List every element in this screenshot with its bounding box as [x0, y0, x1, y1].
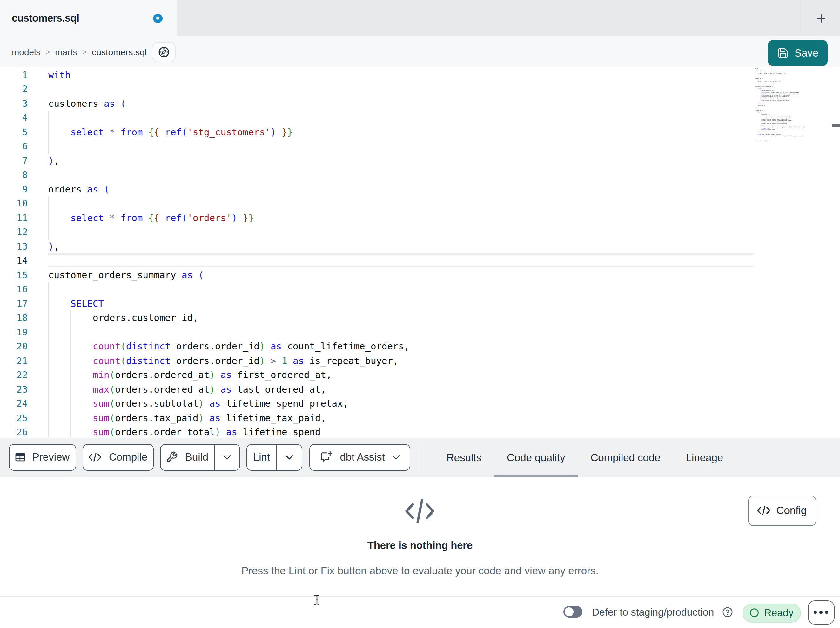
code-token-b3: { — [154, 212, 160, 223]
code-token-str: 'orders' — [187, 212, 232, 223]
config-button[interactable]: Config — [748, 495, 816, 526]
code-token-kw: as — [221, 384, 232, 394]
tab-customers-sql[interactable]: customers.sql — [0, 0, 177, 36]
code-token-pl — [98, 184, 104, 194]
code-token-b2: ( — [110, 413, 115, 423]
code-token-pl — [115, 127, 121, 137]
code-line: ), — [48, 153, 59, 168]
code-editor[interactable]: 1234567891011121314151617181920212223242… — [0, 68, 840, 437]
ellipsis-icon — [814, 611, 817, 614]
build-button[interactable]: Build — [160, 444, 240, 470]
tab-code-quality[interactable]: Code quality — [494, 438, 578, 477]
code-token-b1: ( — [104, 184, 110, 194]
overview-cursor-mark — [832, 124, 840, 127]
code-line: min(orders.ordered_at) as first_ordered_… — [48, 368, 332, 382]
code-token-pl: customers — [48, 98, 104, 108]
code-line: orders.customer_id, — [48, 311, 199, 325]
plus-icon — [816, 13, 826, 23]
indent-guide — [48, 111, 49, 125]
code-token-b2: ( — [121, 341, 126, 351]
code-token-pl — [104, 212, 110, 223]
tab-title: customers.sql — [12, 0, 79, 36]
preview-button[interactable]: Preview — [9, 444, 76, 470]
code-token-b2: ( — [110, 398, 115, 408]
minimap-line: sum(orders.order_total) as lifetime_spen… — [755, 100, 805, 101]
code-token-pl: orders.ordered_at — [115, 384, 210, 394]
code-token-b1: ) — [48, 241, 54, 251]
code-token-b2: ) — [210, 384, 215, 394]
dbt-assist-button[interactable]: dbt Assist — [309, 444, 410, 470]
editor-overview-ruler[interactable] — [829, 68, 840, 437]
indent-guide — [48, 139, 49, 153]
code-line: count(distinct orders.order_id) as count… — [48, 339, 410, 354]
code-token-b2: ( — [121, 356, 126, 365]
minimap-line: ), — [755, 108, 805, 109]
code-token-b2: ( — [110, 427, 115, 437]
dropdown-toggle[interactable] — [277, 445, 302, 470]
code-token-kw: as — [104, 98, 115, 108]
breadcrumb-marts[interactable]: marts — [55, 47, 77, 57]
editor-minimap[interactable]: with customers as ( select * from {{ ref… — [753, 68, 829, 437]
chevron-down-icon — [285, 455, 294, 460]
code-token-b2: ) — [215, 427, 221, 437]
indent-guide — [70, 382, 71, 396]
breadcrumb-row: models > marts > customers.sql Save — [0, 36, 840, 68]
code-line: customers as ( — [48, 96, 126, 111]
new-tab-button[interactable] — [812, 9, 831, 28]
code-token-kw: as — [87, 184, 98, 194]
code-token-kw: as — [210, 413, 221, 423]
minimap-line: ) — [755, 138, 805, 139]
code-token-kw: from — [121, 127, 143, 137]
minimap-line — [755, 106, 805, 108]
code-token-b2: ) — [210, 370, 215, 380]
code-token-pl — [287, 356, 293, 365]
tab-results[interactable]: Results — [434, 438, 494, 477]
status-badge[interactable]: Ready — [742, 603, 801, 623]
wrench-icon — [166, 451, 178, 463]
minimap-line — [755, 74, 805, 76]
help-icon[interactable] — [722, 606, 733, 620]
unsaved-changes-dot-icon — [153, 14, 163, 23]
minimap-line — [755, 111, 805, 112]
indent-guide — [48, 210, 49, 225]
code-token-kw: select — [71, 212, 104, 223]
indent-guide — [48, 325, 49, 339]
code-token-fn: max — [93, 384, 110, 394]
code-token-pl — [215, 370, 221, 380]
indent-guide — [70, 339, 71, 354]
dropdown-toggle[interactable] — [215, 445, 240, 470]
code-token-pl: orders.order_id — [171, 341, 259, 351]
toolbar-button-label: Preview — [32, 451, 69, 463]
defer-toggle[interactable] — [563, 606, 583, 617]
indent-guide — [48, 354, 49, 368]
explore-docs-button[interactable] — [152, 42, 175, 62]
indent-guide — [48, 125, 49, 139]
more-options-button[interactable] — [808, 600, 834, 625]
assist-icon — [319, 451, 333, 463]
code-token-kw: as — [293, 356, 304, 365]
code-token-b2: { — [148, 212, 154, 223]
results-panel: There is nothing here Press the Lint or … — [0, 477, 840, 596]
code-token-pl — [159, 127, 165, 137]
indent-guide — [48, 411, 49, 425]
code-token-kw: distinct — [126, 356, 171, 365]
indent-guide — [70, 354, 71, 368]
tab-compiled-code[interactable]: Compiled code — [578, 438, 673, 477]
code-token-pl: customer_orders_summary — [48, 270, 182, 280]
minimap-line: joined as ( — [755, 110, 805, 111]
mouse-text-cursor — [313, 595, 321, 607]
code-token-pl — [276, 127, 282, 137]
compile-button[interactable]: Compile — [82, 444, 154, 470]
code-token-pl: , — [54, 241, 60, 251]
code-token-pl: count_lifetime_orders, — [282, 341, 410, 351]
tab-lineage[interactable]: Lineage — [673, 438, 736, 477]
code-token-b2: ) — [259, 341, 265, 351]
save-button[interactable]: Save — [767, 40, 827, 66]
code-token-b1: ( — [182, 127, 187, 137]
code-token-b2: ( — [110, 384, 115, 394]
indent-guide — [70, 425, 71, 437]
code-token-pl — [115, 98, 121, 108]
breadcrumb-models[interactable]: models — [12, 47, 40, 57]
lint-button[interactable]: Lint — [246, 444, 302, 470]
status-ring-icon — [750, 608, 759, 618]
